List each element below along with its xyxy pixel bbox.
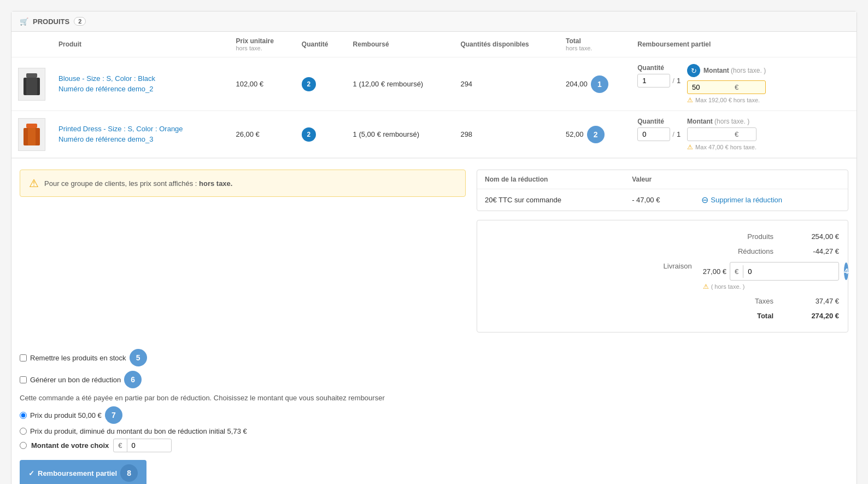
svg-rect-5 (28, 128, 36, 145)
refresh-icon-1[interactable]: ↻ (687, 64, 700, 77)
svg-rect-3 (26, 124, 37, 128)
custom-euro-prefix: € (114, 439, 127, 452)
radio-option-2: Prix du produit, diminué du montant du b… (20, 427, 848, 435)
step-badge-2: 2 (587, 126, 605, 143)
total-label: Total (708, 312, 773, 320)
col-available-qty: Quantités disponibles (454, 32, 559, 57)
col-total: Total hors taxe. (559, 32, 631, 57)
summary-products-row: Produits 254,00 € (486, 229, 839, 244)
amount-input-1[interactable]: 50 (688, 81, 731, 94)
reimbursed-1: 1 (12,00 € remboursé) (347, 57, 454, 111)
qty-input-1[interactable]: 1 (637, 74, 670, 88)
col-partial-refund: Remboursement partiel (631, 32, 857, 57)
remove-reduction-link[interactable]: ⊖ Supprimer la réduction (701, 195, 840, 205)
product-image-1 (18, 68, 45, 101)
radio-opt1-label[interactable]: Prix du produit 50,00 € (30, 411, 102, 419)
products-section-header: 🛒 PRODUITS 2 (11, 11, 857, 32)
custom-amount-input[interactable]: 0 (127, 439, 171, 452)
delivery-note: ( hors taxe. ) (711, 283, 745, 290)
left-panel: ⚠ Pour ce groupe de clients, les prix so… (20, 170, 466, 333)
total-value: 274,20 € (784, 312, 839, 320)
amount-label-2: Montant (hors taxe. ) (687, 118, 756, 125)
section-title: PRODUITS (33, 18, 69, 26)
product-ref-link-1[interactable]: Numéro de référence demo_2 (58, 85, 153, 93)
delivery-euro-prefix: € (730, 265, 743, 278)
reductions-label: Réductions (708, 247, 773, 255)
qty-badge-2: 2 (302, 127, 316, 142)
minus-circle-icon: ⊖ (701, 195, 708, 205)
unit-price-2: 26,00 € (229, 111, 295, 158)
alert-warning: ⚠ Pour ce groupe de clients, les prix so… (20, 170, 466, 197)
qty-label-2: Quantité (637, 118, 681, 125)
product-ref-link-2[interactable]: Numéro de référence demo_3 (58, 135, 153, 143)
table-row: Blouse - Size : S, Color : Black Numéro … (11, 57, 857, 111)
summary-total-row: Total 274,20 € (486, 308, 839, 323)
step-badge-4: 4 (844, 263, 848, 280)
col-product: Produit (52, 32, 229, 57)
step-badge-8: 8 (120, 464, 138, 482)
delivery-input[interactable]: 0 (743, 265, 844, 278)
qty-input-2[interactable]: 0 (637, 127, 670, 141)
radio-opt2-label[interactable]: Prix du produit, diminué du montant du b… (30, 427, 247, 435)
step-badge-5: 5 (130, 349, 147, 366)
amount-label-1: Montant (hors taxe. ) (703, 67, 766, 74)
reduction-col-name: Nom de la réduction (477, 170, 624, 189)
step-badge-1: 1 (591, 75, 608, 93)
reduction-value: - 47,00 € (624, 189, 694, 211)
svg-rect-0 (26, 73, 37, 78)
table-row: Printed Dress - Size : S, Color : Orange… (11, 111, 857, 158)
taxes-label: Taxes (708, 297, 773, 305)
bottom-controls: Remettre les produits en stock 5 Générer… (11, 343, 857, 484)
submit-refund-button[interactable]: ✓ Remboursement partiel 8 (20, 460, 146, 484)
warn-icon-1: ⚠ (687, 96, 693, 104)
reimbursed-2: 1 (5,00 € remboursé) (347, 111, 454, 158)
step-badge-7: 7 (105, 406, 122, 424)
restock-label[interactable]: Remettre les produits en stock (30, 354, 126, 362)
total-2: 52,00 (566, 130, 584, 138)
warn-icon-2: ⚠ (687, 143, 693, 151)
summary-delivery-row: Livraison 27,00 € € 0 4 ⚠ ( ho (486, 259, 839, 294)
col-reimbursed: Remboursé (347, 32, 454, 57)
unit-price-1: 102,00 € (229, 57, 295, 111)
product-image-2 (18, 118, 45, 151)
reduction-table: Nom de la réduction Valeur 20€ TTC sur c… (477, 170, 848, 211)
radio-opt1[interactable] (20, 412, 27, 419)
summary-box: Produits 254,00 € Réductions -44,27 € Li… (477, 220, 848, 333)
voucher-label[interactable]: Générer un bon de réduction (30, 376, 121, 384)
alert-warn-icon: ⚠ (29, 177, 39, 190)
euro-sign-2: € (731, 128, 742, 141)
radio-opt3[interactable] (20, 442, 27, 449)
step-badge-6: 6 (124, 371, 142, 388)
custom-amount-label[interactable]: Montant de votre choix (31, 441, 109, 450)
col-quantity: Quantité (295, 32, 347, 57)
delivery-warn-icon: ⚠ (703, 283, 709, 290)
reduction-col-value: Valeur (624, 170, 694, 189)
reduction-row: 20€ TTC sur commande - 47,00 € ⊖ Supprim… (477, 189, 848, 211)
product-link-1[interactable]: Blouse - Size : S, Color : Black (58, 74, 155, 83)
amount-input-2[interactable] (688, 128, 731, 141)
max-note-1: Max 192,00 € hors taxe. (695, 97, 760, 103)
cart-icon: 🛒 (20, 18, 28, 26)
qty-label-1: Quantité (637, 64, 681, 72)
restock-row: Remettre les produits en stock 5 (20, 349, 848, 366)
radio-option-1: Prix du produit 50,00 € 7 (20, 406, 848, 424)
delivery-value: 27,00 € (703, 267, 726, 276)
product-link-2[interactable]: Printed Dress - Size : S, Color : Orange (58, 125, 183, 133)
info-text: Cette commande a été payée en partie par… (20, 394, 848, 402)
restock-checkbox[interactable] (20, 354, 27, 361)
products-value: 254,00 € (784, 232, 839, 241)
voucher-row: Générer un bon de réduction 6 (20, 371, 848, 388)
right-panel: Nom de la réduction Valeur 20€ TTC sur c… (477, 170, 848, 333)
radio-opt2[interactable] (20, 428, 27, 435)
col-unit-price: Prix unitaire hors taxe. (229, 32, 295, 57)
qty-max-1: 1 (677, 77, 681, 85)
qty-max-2: 1 (677, 130, 681, 138)
custom-amount-row: Montant de votre choix € 0 (20, 439, 848, 452)
svg-rect-2 (26, 78, 37, 95)
max-note-2: Max 47,00 € hors taxe. (695, 144, 756, 150)
reductions-value: -44,27 € (784, 247, 839, 255)
voucher-checkbox[interactable] (20, 376, 27, 383)
reduction-name: 20€ TTC sur commande (477, 189, 624, 211)
available-qty-2: 298 (454, 111, 559, 158)
summary-taxes-row: Taxes 37,47 € (486, 294, 839, 308)
